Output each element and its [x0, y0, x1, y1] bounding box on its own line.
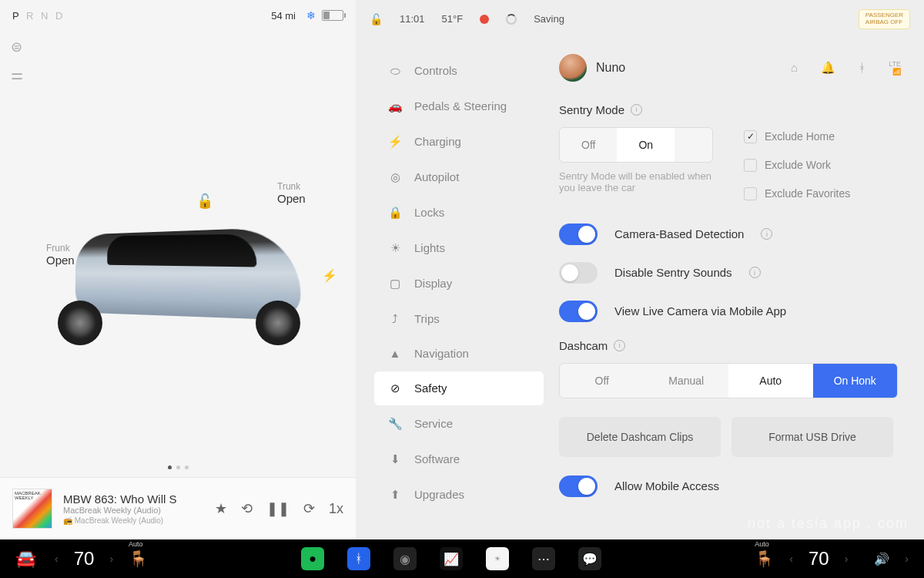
- dashcam-auto-button[interactable]: Auto: [728, 364, 813, 398]
- sidebar-item-upgrades[interactable]: ⬆Upgrades: [374, 478, 544, 512]
- gear-selector: P R N D: [12, 10, 65, 22]
- sidebar-label: Charging: [414, 135, 461, 148]
- sentry-mode-toggle: Off On: [559, 127, 713, 163]
- sidebar-item-charging[interactable]: ⚡Charging: [374, 125, 544, 159]
- dashcam-manual-button[interactable]: Manual: [644, 364, 729, 398]
- sidebar-label: Autopilot: [414, 170, 459, 183]
- exclude-favorites-checkbox[interactable]: Exclude Favorites: [744, 187, 850, 200]
- sidebar-item-service[interactable]: 🔧Service: [374, 407, 544, 441]
- sidebar-icon: ⊘: [388, 381, 402, 395]
- temp-down-left[interactable]: ‹: [55, 553, 59, 565]
- disable-sounds-toggle[interactable]: [559, 262, 598, 284]
- sidebar-item-safety[interactable]: ⊘Safety: [374, 371, 544, 405]
- weather-app[interactable]: ☀: [486, 547, 509, 570]
- sidebar-label: Pedals & Steering: [414, 99, 507, 113]
- sidebar-item-software[interactable]: ⬇Software: [374, 442, 544, 476]
- temp-up-right[interactable]: ›: [845, 553, 849, 565]
- sidebar-item-controls[interactable]: ⬭Controls: [374, 54, 544, 88]
- outside-temp: 51°F: [442, 13, 464, 25]
- sidebar-item-navigation[interactable]: ▲Navigation: [374, 337, 544, 370]
- spotify-app[interactable]: ●: [301, 547, 324, 570]
- dashcam-off-button[interactable]: Off: [560, 364, 644, 398]
- driver-temp[interactable]: 70: [74, 548, 95, 570]
- pause-button[interactable]: ❚❚: [266, 500, 290, 517]
- bluetooth-app[interactable]: ᚼ: [347, 547, 370, 570]
- sidebar-item-display[interactable]: ▢Display: [374, 267, 544, 301]
- media-source: 📻 MacBreak Weekly (Audio): [63, 516, 204, 525]
- passenger-temp[interactable]: 70: [808, 548, 829, 570]
- page-dots[interactable]: [0, 454, 356, 477]
- sidebar-icon: ⤴: [388, 312, 402, 325]
- dashcam-header: Dashcami: [559, 339, 901, 352]
- temp-down-right[interactable]: ‹: [789, 553, 793, 565]
- sidebar-label: Navigation: [414, 347, 469, 360]
- sidebar-label: Safety: [414, 381, 447, 395]
- album-art[interactable]: MACBREAKWEEKLY: [12, 489, 52, 529]
- live-camera-toggle[interactable]: [559, 301, 598, 322]
- exclude-home-checkbox[interactable]: ✓Exclude Home: [744, 130, 850, 143]
- sidebar-icon: ⬭: [388, 64, 402, 78]
- sidebar-icon: ⬆: [388, 488, 402, 502]
- info-icon[interactable]: i: [614, 340, 625, 351]
- favorite-button[interactable]: ★: [215, 500, 227, 517]
- battery-icon[interactable]: [322, 10, 343, 21]
- sidebar-item-pedals-steering[interactable]: 🚗Pedals & Steering: [374, 89, 544, 123]
- sidebar-label: Service: [414, 417, 453, 430]
- sidebar-icon: ☀: [388, 241, 402, 255]
- messages-app[interactable]: 💬: [578, 547, 601, 570]
- sentry-on-button[interactable]: On: [617, 128, 675, 162]
- avatar[interactable]: [559, 54, 587, 82]
- dashcam-mode-selector: Off Manual Auto On Honk: [559, 363, 898, 398]
- sidebar-label: Upgrades: [414, 488, 464, 501]
- playback-speed-button[interactable]: 1x: [329, 501, 343, 517]
- car-icon[interactable]: 🚘: [15, 549, 36, 569]
- settings-sidebar: ⬭Controls🚗Pedals & Steering⚡Charging◎Aut…: [374, 54, 544, 539]
- passenger-seat-heat[interactable]: Auto🪑: [755, 549, 774, 568]
- homelink-icon[interactable]: ⌂: [791, 61, 798, 74]
- sentry-description: Sentry Mode will be enabled when you lea…: [559, 170, 713, 193]
- exclude-work-checkbox[interactable]: Exclude Work: [744, 159, 850, 172]
- dashcam-onhonk-button[interactable]: On Honk: [813, 364, 898, 398]
- stocks-app[interactable]: 📈: [440, 547, 463, 570]
- sidebar-icon: ▲: [388, 347, 402, 360]
- info-icon[interactable]: i: [761, 228, 772, 240]
- camera-app[interactable]: ◉: [393, 547, 417, 570]
- sidebar-icon: ⚡: [388, 135, 402, 149]
- allow-mobile-toggle[interactable]: [559, 476, 598, 497]
- car-lock-icon[interactable]: 🔓: [370, 13, 383, 25]
- driver-seat-heat[interactable]: Auto🪑: [129, 549, 148, 568]
- profile-name[interactable]: Nuno: [596, 61, 625, 75]
- charge-port-icon[interactable]: ⚡: [322, 268, 337, 283]
- info-icon[interactable]: i: [749, 267, 761, 278]
- volume-icon[interactable]: 🔊: [874, 552, 889, 566]
- info-icon[interactable]: i: [631, 104, 642, 116]
- sentry-mode-header: Sentry Mode i: [559, 103, 901, 116]
- recording-indicator-icon: [480, 15, 489, 24]
- more-apps[interactable]: ⋯: [532, 547, 555, 570]
- range-remaining: 54 mi: [271, 10, 296, 22]
- rewind-15-button[interactable]: ⟲: [241, 500, 253, 517]
- temp-up-left[interactable]: ›: [109, 553, 113, 565]
- car-status-panel: P R N D 54 mi ❄ ⊜ ⚌ Frunk Open Trunk Ope…: [0, 0, 356, 539]
- airbag-badge: PASSENGERAIRBAG OFF: [859, 9, 910, 29]
- sidebar-item-trips[interactable]: ⤴Trips: [374, 302, 544, 335]
- sidebar-item-autopilot[interactable]: ◎Autopilot: [374, 160, 544, 194]
- settings-panel: 🔓 11:01 51°F Saving PASSENGERAIRBAG OFF …: [356, 0, 924, 539]
- sidebar-item-locks[interactable]: 🔒Locks: [374, 196, 544, 230]
- car-visualization[interactable]: Frunk Open Trunk Open 🔓 ⚡: [0, 31, 356, 454]
- forward-15-button[interactable]: ⟳: [303, 500, 315, 517]
- sidebar-icon: 🔧: [388, 417, 402, 431]
- volume-up[interactable]: ›: [905, 553, 909, 565]
- clock: 11:01: [400, 13, 425, 25]
- sidebar-label: Lights: [414, 241, 445, 254]
- delete-clips-button[interactable]: Delete Dashcam Clips: [559, 417, 721, 457]
- sidebar-item-lights[interactable]: ☀Lights: [374, 231, 544, 265]
- cold-battery-icon: ❄: [306, 9, 316, 22]
- sentry-off-button[interactable]: Off: [560, 128, 617, 162]
- sidebar-icon: ⬇: [388, 452, 402, 466]
- format-usb-button[interactable]: Format USB Drive: [732, 417, 893, 457]
- notifications-icon[interactable]: 🔔: [821, 61, 835, 75]
- camera-detection-toggle[interactable]: [559, 223, 598, 245]
- sidebar-label: Software: [414, 452, 460, 465]
- bluetooth-icon[interactable]: ᚼ: [859, 61, 865, 74]
